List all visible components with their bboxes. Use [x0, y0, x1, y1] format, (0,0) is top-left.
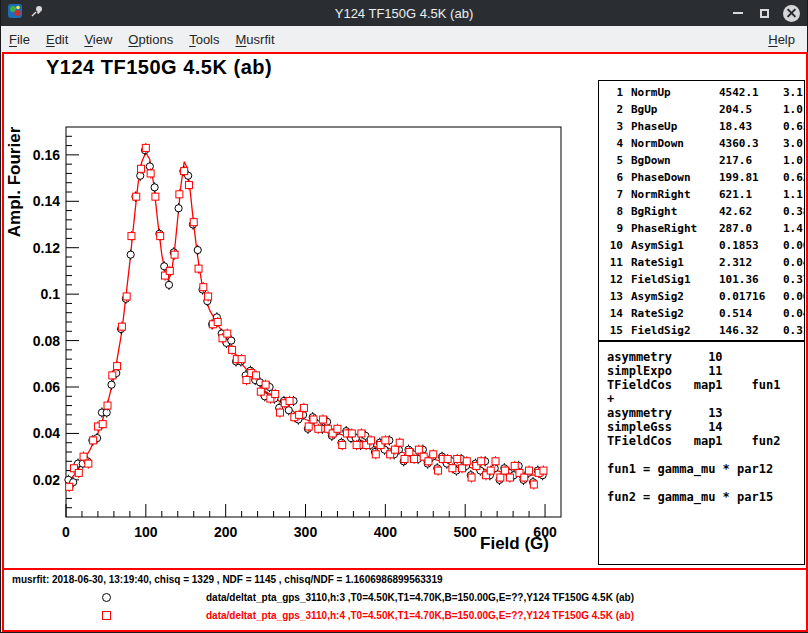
param-index: 13: [605, 288, 623, 305]
theory-line: simplExpo 11: [607, 364, 804, 378]
menu-item-view[interactable]: View: [76, 28, 120, 51]
param-index: 11: [605, 254, 623, 271]
param-index: 15: [605, 322, 623, 339]
theory-line: TFieldCos map1 fun1: [607, 378, 804, 392]
legend-label: data/deltat_pta_gps_3110,h:3 ,T0=4.50K,T…: [206, 592, 634, 603]
svg-text:300: 300: [294, 524, 318, 540]
y-axis-title: Ampl. Fourier: [5, 126, 24, 237]
main-pad[interactable]: Y124 TF150G 4.5K (ab) 0.020.040.060.080.…: [4, 54, 806, 568]
svg-text:400: 400: [374, 524, 398, 540]
param-name: FieldSig2: [631, 322, 719, 339]
param-gap: [623, 135, 631, 152]
legend-row: data/deltat_pta_gps_3110,h:3 ,T0=4.50K,T…: [4, 591, 806, 605]
param-name: NormRight: [631, 186, 719, 203]
param-value: 4360.3: [719, 135, 783, 152]
param-index: 5: [605, 152, 623, 169]
param-value: 0.01716: [719, 288, 783, 305]
param-index: 6: [605, 169, 623, 186]
param-gap: [623, 152, 631, 169]
svg-text:500: 500: [454, 524, 478, 540]
param-value: 4542.1: [719, 84, 783, 101]
param-name: AsymSig1: [631, 237, 719, 254]
info-pad[interactable]: musrfit: 2018-06-30, 13:19:40, chisq = 1…: [4, 568, 806, 630]
param-name: NormDown: [631, 135, 719, 152]
param-index: 1: [605, 84, 623, 101]
param-index: 2: [605, 101, 623, 118]
menu-item-help[interactable]: Help: [760, 28, 803, 51]
close-button[interactable]: [783, 5, 800, 22]
param-index: 4: [605, 135, 623, 152]
fit-curve: [66, 153, 545, 485]
param-gap: [623, 220, 631, 237]
param-name: FieldSig1: [631, 271, 719, 288]
svg-text:0.08: 0.08: [33, 333, 60, 349]
param-name: BgDown: [631, 152, 719, 169]
param-error: 0.65: [783, 118, 805, 135]
svg-text:100: 100: [134, 524, 158, 540]
menu-bar: FileEditViewOptionsToolsMusrfit Help: [1, 26, 807, 52]
theory-line: asymmetry 13: [607, 406, 804, 420]
param-gap: [623, 254, 631, 271]
theory-line: asymmetry 10: [607, 350, 804, 364]
svg-text:0: 0: [62, 524, 70, 540]
fit-stats: musrfit: 2018-06-30, 13:19:40, chisq = 1…: [12, 574, 443, 585]
theory-line: fun2 = gamma_mu * par15: [607, 490, 804, 504]
svg-text:0.02: 0.02: [33, 472, 60, 488]
menu-item-musrfit[interactable]: Musrfit: [228, 28, 283, 51]
param-value: 621.1: [719, 186, 783, 203]
param-gap: [623, 237, 631, 254]
param-error: 0.0028: [783, 237, 805, 254]
fourier-plot[interactable]: 0.020.040.060.080.10.120.140.16010020030…: [4, 104, 594, 568]
pin-icon[interactable]: [30, 4, 44, 22]
param-index: 8: [605, 203, 623, 220]
param-name: PhaseUp: [631, 118, 719, 135]
svg-text:0.04: 0.04: [33, 425, 60, 441]
legend-marker-circle: [102, 593, 111, 602]
param-gap: [623, 169, 631, 186]
param-gap: [623, 203, 631, 220]
param-gap: [623, 118, 631, 135]
param-name: PhaseRight: [631, 220, 719, 237]
param-gap: [623, 288, 631, 305]
param-value: 101.36: [719, 271, 783, 288]
legend-label: data/deltat_pta_gps_3110,h:4 ,T0=4.50K,T…: [206, 610, 634, 621]
param-error: 0.00098: [783, 288, 805, 305]
root-canvas[interactable]: Y124 TF150G 4.5K (ab) 0.020.040.060.080.…: [2, 52, 808, 632]
param-value: 0.1853: [719, 237, 783, 254]
series-square: [66, 143, 547, 492]
theory-line: [607, 448, 804, 462]
application-window: Y124 TF150G 4.5K (ab) FileEditViewOption…: [0, 0, 808, 633]
app-icon: [7, 3, 23, 23]
menu-item-options[interactable]: Options: [120, 28, 181, 51]
menu-item-tools[interactable]: Tools: [181, 28, 227, 51]
menu-item-file[interactable]: File: [1, 28, 38, 51]
param-gap: [623, 322, 631, 339]
param-error: 1.4: [783, 220, 805, 237]
title-bar[interactable]: Y124 TF150G 4.5K (ab): [1, 0, 807, 26]
plot-title: Y124 TF150G 4.5K (ab): [46, 56, 272, 79]
param-gap: [623, 271, 631, 288]
param-gap: [623, 101, 631, 118]
param-error: 1.0: [783, 101, 805, 118]
maximize-button[interactable]: [756, 5, 773, 22]
legend-marker-square: [102, 611, 111, 620]
param-index: 14: [605, 305, 623, 322]
param-index: 3: [605, 118, 623, 135]
minimize-button[interactable]: [729, 5, 746, 22]
svg-text:0.06: 0.06: [33, 379, 60, 395]
theory-line: fun1 = gamma_mu * par12: [607, 462, 804, 476]
param-value: 18.43: [719, 118, 783, 135]
menu-item-edit[interactable]: Edit: [38, 28, 76, 51]
param-error: 0.38: [783, 203, 805, 220]
param-index: 7: [605, 186, 623, 203]
param-error: 0.37: [783, 271, 805, 288]
param-error: 3.1: [783, 84, 805, 101]
param-error: 1.0: [783, 152, 805, 169]
theory-line: +: [607, 392, 804, 406]
param-error: 0.31: [783, 322, 805, 339]
param-name: RateSig1: [631, 254, 719, 271]
parameter-pane: 1NormUp4542.13.12BgUp204.51.03PhaseUp18.…: [598, 80, 805, 341]
param-name: NormUp: [631, 84, 719, 101]
theory-line: TFieldCos map1 fun2: [607, 434, 804, 448]
theory-pane: asymmetry 10simplExpo 11TFieldCos map1 f…: [598, 341, 805, 565]
